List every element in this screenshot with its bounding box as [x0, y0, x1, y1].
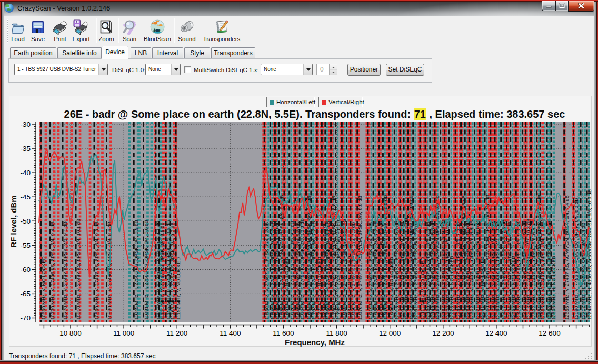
- svg-text:11938 MHz, H, 27496 KS, 8PSK,: 11938 MHz, H, 27496 KS, 8PSK, 2/3, 7.3 d…: [373, 221, 378, 320]
- svg-text:12655 MHz, V, 27497 KS, ACM/VC: 12655 MHz, V, 27497 KS, ACM/VCM, 8PSK, 3…: [564, 195, 570, 320]
- svg-text:10890 MHz, V, 27497 KS, 8PSK,: 10890 MHz, V, 27497 KS, 8PSK, 3/4, 9.9 d…: [94, 221, 99, 320]
- svg-text:-65: -65: [20, 290, 31, 298]
- svg-text:-70: -70: [20, 314, 31, 322]
- svg-text:-35: -35: [20, 145, 31, 153]
- svg-text:12417 MHz, H, 27496 KS, QPSK,: 12417 MHz, H, 27496 KS, QPSK, 5/6, 7.8 d…: [501, 219, 506, 320]
- svg-text:11760 MHz, H, 27496 KS, 8PSK,: 11760 MHz, H, 27496 KS, 8PSK, 3/4, 8.8 d…: [325, 221, 331, 320]
- svg-text:10810 MHz, V, 27497 KS, 8PSK,: 10810 MHz, V, 27497 KS, 8PSK, 3/4, 10.1 …: [75, 219, 81, 320]
- svg-text:-55: -55: [20, 241, 31, 249]
- svg-text:12226 MHz, H, NO LOCKED: 12226 MHz, H, NO LOCKED: [448, 256, 454, 320]
- svg-text:12475 MHz, V, 27497 KS, 8PSK,: 12475 MHz, V, 27497 KS, 8PSK, 3/5, 9.3 d…: [515, 221, 521, 320]
- svg-text:12606 MHz, H, NO LOCKED: 12606 MHz, H, NO LOCKED: [551, 256, 556, 320]
- svg-text:11 200: 11 200: [166, 329, 187, 337]
- svg-text:11 800: 11 800: [326, 329, 347, 337]
- svg-text:11626 MHz, H, 27496 KS, 8PSK,: 11626 MHz, H, 27496 KS, 8PSK, 3/5, 9.3 d…: [289, 221, 295, 320]
- svg-text:12 000: 12 000: [379, 329, 401, 337]
- svg-text:12744 MHz, H, 4100 KS, Auto/VC: 12744 MHz, H, 4100 KS, Auto/VCM, 16APSK,…: [586, 189, 592, 320]
- svg-text:12532 MHz, V, 27497 KS, QPSK,: 12532 MHz, V, 27497 KS, QPSK, 5/6, 6.8 d…: [531, 220, 536, 320]
- svg-text:11192 MHz, V, NO LOCKED: 11192 MHz, V, NO LOCKED: [175, 257, 181, 320]
- svg-text:12091 MHz, H, 27496 KS, 8PSK,: 12091 MHz, H, 27496 KS, 8PSK, 5/6, 7.3 d…: [413, 220, 418, 320]
- svg-text:RF level, dBm: RF level, dBm: [9, 195, 18, 247]
- svg-text:11856 MHz, V, 27497 KS, 8PSK,: 11856 MHz, V, 27497 KS, 8PSK, 3/5, 7.3 d…: [350, 222, 356, 320]
- svg-text:Frequency, MHz: Frequency, MHz: [285, 338, 345, 347]
- svg-text:11 000: 11 000: [113, 329, 134, 337]
- svg-text:12398 MHz, V, 27497 KS, 8PSK,: 12398 MHz, V, 27497 KS, 8PSK, 2/3, 7.3 d…: [494, 221, 500, 320]
- svg-text:12015 MHz, H, 27496 KS, 8PSK,: 12015 MHz, H, 27496 KS, 8PSK, 3/5, 9.3 d…: [394, 220, 400, 320]
- svg-text:10 800: 10 800: [59, 329, 81, 337]
- svg-text:10690 MHz, V, NO LOCKED: 10690 MHz, V, NO LOCKED: [41, 256, 46, 320]
- svg-text:12245 MHz, V, 27497 KS, 8PSK,: 12245 MHz, V, 27497 KS, 8PSK, 3/5, 7.3 d…: [455, 221, 461, 320]
- svg-text:-45: -45: [20, 193, 31, 201]
- svg-text:12 400: 12 400: [485, 329, 507, 337]
- svg-text:11530 MHz, V, 27497 KS, 8PSK,: 11530 MHz, V, 27497 KS, 8PSK, 3/4, 6.8 d…: [264, 222, 270, 320]
- svg-text:11703 MHz, H, 27496 KS, 8PSK,: 11703 MHz, H, 27496 KS, 8PSK, 5/6, 7.3 d…: [311, 221, 316, 320]
- svg-text:11081 MHz, H, 27500 KS, QPSK,: 11081 MHz, H, 27500 KS, QPSK, 3/4, 3.0 d…: [143, 220, 149, 320]
- svg-text:12455 MHz, H, NO LOCKED: 12455 MHz, H, NO LOCKED: [510, 256, 516, 320]
- svg-text:12360 MHz, H, 27496 KS, ACM/VC: 12360 MHz, H, 27496 KS, ACM/VCM, 8PSK, 8…: [484, 195, 490, 320]
- svg-text:12 200: 12 200: [432, 329, 454, 337]
- svg-text:-30: -30: [20, 120, 31, 128]
- svg-text:11169 MHz, V, 27497 KS, 8PSK,: 11169 MHz, V, 27497 KS, 8PSK, 3/4, 9.2 d…: [170, 222, 175, 320]
- svg-text:-40: -40: [20, 169, 31, 177]
- svg-text:11 600: 11 600: [273, 329, 294, 337]
- svg-text:12 600: 12 600: [539, 329, 560, 337]
- svg-text:-60: -60: [20, 266, 31, 274]
- svg-text:11876 MHz, V, 27497 KS, ACM/VC: 11876 MHz, V, 27497 KS, ACM/VCM, 8PSK, 8…: [357, 196, 363, 320]
- svg-text:11996 MHz, V, NO LOCKED: 11996 MHz, V, NO LOCKED: [388, 257, 394, 320]
- svg-text:11664 MHz, H, 27496 KS, 8PSK,: 11664 MHz, H, 27496 KS, 8PSK, 2/3, 10.3 …: [299, 218, 305, 320]
- svg-text:11131 MHz, V, 27497 KS, 8PSK,: 11131 MHz, V, 27497 KS, 8PSK, 3/4, 8.9 d…: [159, 222, 165, 320]
- svg-text:10730 MHz, V, 27496 KS, 8PSK,: 10730 MHz, V, 27496 KS, 8PSK, 3/4, 9.4 d…: [49, 221, 55, 320]
- svg-text:12565 MHz, V, 27497 KS, 8PSK,: 12565 MHz, V, 27497 KS, 8PSK, 3/4, 7.1 d…: [540, 221, 545, 320]
- svg-text:11799 MHz, H, 27496 KS, QPSK,: 11799 MHz, H, 27496 KS, QPSK, 5/6, 9.8 d…: [335, 220, 341, 320]
- svg-text:-50: -50: [20, 217, 31, 225]
- svg-text:11 400: 11 400: [220, 329, 241, 337]
- svg-text:10770 MHz, V, 27497 KS, 8PSK,: 10770 MHz, V, 27497 KS, 8PSK, 2/3, 9.1 d…: [62, 221, 68, 320]
